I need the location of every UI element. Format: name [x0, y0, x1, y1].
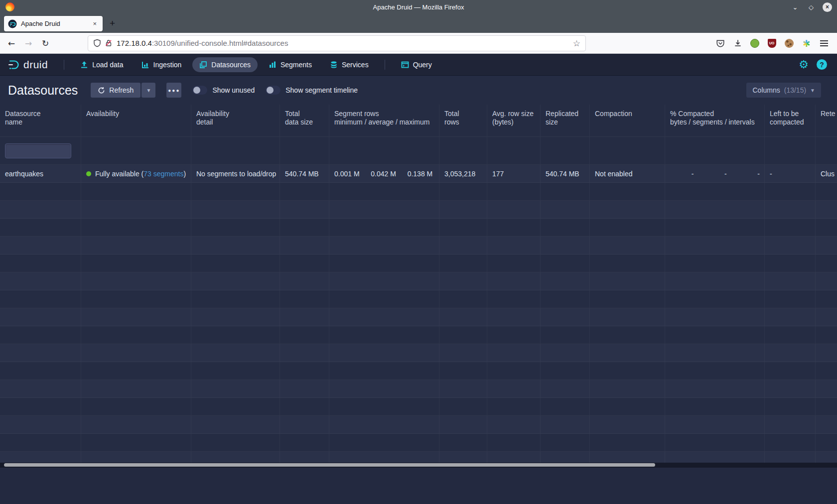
cookie-extension-icon[interactable]	[784, 38, 794, 48]
empty-cell	[765, 416, 816, 433]
back-icon[interactable]: ←	[4, 38, 19, 48]
druid-logo-icon	[7, 58, 20, 71]
url-bar[interactable]: 172.18.0.4:30109/unified-console.html#da…	[88, 35, 586, 51]
empty-cell	[816, 344, 837, 362]
empty-cell	[541, 308, 590, 326]
availability-detail-cell: No segments to load/drop	[191, 165, 280, 182]
pocket-icon[interactable]	[715, 38, 725, 48]
empty-cell	[816, 452, 837, 463]
column-header[interactable]: % Compactedbytes / segments / intervals	[665, 105, 765, 136]
empty-cell	[191, 434, 280, 451]
show-unused-toggle[interactable]	[192, 86, 207, 95]
nav-item-query[interactable]: Query	[394, 57, 439, 72]
datasource-name-cell: earthquakes	[0, 165, 81, 182]
nav-item-label: Ingestion	[153, 61, 182, 69]
druid-logo[interactable]: druid	[7, 58, 48, 71]
ublock-icon[interactable]: UO	[767, 38, 777, 48]
empty-cell	[0, 398, 81, 415]
table-row[interactable]: earthquakesFully available (73 segments)…	[0, 165, 837, 183]
refresh-button[interactable]: Refresh	[91, 83, 140, 98]
show-segment-timeline-toggle[interactable]	[266, 86, 280, 95]
nav-item-services[interactable]: Services	[323, 57, 376, 72]
columns-button[interactable]: Columns (13/15) ▼	[746, 83, 821, 98]
column-header-label: Avg. row size	[492, 110, 540, 118]
empty-cell	[329, 272, 439, 290]
nav-item-datasources[interactable]: Datasources	[192, 57, 258, 72]
url-text[interactable]: 172.18.0.4:30109/unified-console.html#da…	[117, 39, 573, 47]
refresh-dropdown-button[interactable]: ▼	[141, 83, 155, 98]
empty-cell	[280, 237, 329, 254]
empty-cell	[0, 452, 81, 463]
browser-toolbar: ← → ↻ 172.18.0.4:30109/unified-console.h…	[0, 33, 837, 54]
tracking-shield-icon[interactable]	[93, 39, 101, 47]
empty-cell	[487, 290, 541, 308]
empty-cell	[487, 362, 541, 379]
more-actions-button[interactable]: ●●●	[166, 83, 181, 98]
column-header[interactable]: Segment rowsminimum / average / maximum	[329, 105, 439, 136]
empty-cell	[590, 219, 665, 236]
downloads-icon[interactable]	[733, 38, 743, 48]
empty-cell	[816, 362, 837, 379]
empty-cell	[0, 344, 81, 362]
empty-cell	[816, 183, 837, 200]
tab-close-icon[interactable]: ×	[91, 20, 99, 27]
nav-item-load-data[interactable]: Load data	[73, 57, 130, 72]
segments-link[interactable]: 73 segments	[143, 170, 183, 178]
bookmark-star-icon[interactable]: ☆	[573, 38, 580, 48]
table-row-empty	[0, 308, 837, 326]
empty-cell	[816, 380, 837, 397]
privacy-badger-icon[interactable]	[750, 39, 759, 48]
segment-rows-value: 0.042 M	[366, 170, 402, 178]
total-rows-cell: 3,053,218	[439, 165, 487, 182]
browser-tab[interactable]: Apache Druid ×	[4, 16, 103, 31]
column-header-label: Availability	[86, 110, 191, 118]
replicated-size-cell: 540.74 MB	[541, 165, 590, 182]
nav-item-ingestion[interactable]: Ingestion	[135, 57, 189, 72]
empty-cell	[439, 290, 487, 308]
empty-cell	[541, 219, 590, 236]
empty-cell	[81, 201, 191, 218]
horizontal-scrollbar[interactable]	[0, 463, 837, 468]
window-title: Apache Druid — Mozilla Firefox	[0, 3, 837, 11]
empty-cell	[81, 254, 191, 272]
column-header[interactable]: Availabilitydetail	[191, 105, 280, 136]
empty-cell	[81, 237, 191, 254]
reload-icon[interactable]: ↻	[38, 38, 53, 48]
menu-hamburger-icon[interactable]	[819, 38, 829, 48]
column-header[interactable]: Totalrows	[439, 105, 487, 136]
column-header[interactable]: Availability	[81, 105, 191, 136]
filter-cell	[0, 137, 81, 164]
empty-cell	[439, 416, 487, 433]
window-maximize-icon[interactable]: ◇	[807, 2, 816, 11]
new-tab-button[interactable]: +	[110, 18, 115, 29]
column-header[interactable]: Totaldata size	[280, 105, 329, 136]
insecure-lock-icon[interactable]	[105, 39, 113, 47]
help-icon[interactable]: ?	[817, 59, 827, 70]
window-close-icon[interactable]: ×	[823, 2, 832, 12]
scrollbar-thumb[interactable]	[4, 463, 655, 467]
nav-item-segments[interactable]: Segments	[262, 57, 319, 72]
settings-gear-icon[interactable]: ⚙	[799, 59, 809, 70]
extension-asterisk-icon[interactable]: ✱	[802, 38, 812, 48]
empty-cell	[329, 290, 439, 308]
table-row-empty	[0, 416, 837, 434]
empty-cell	[487, 237, 541, 254]
window-minimize-icon[interactable]: ⌄	[791, 2, 800, 11]
forward-icon[interactable]: →	[21, 38, 36, 48]
empty-cell	[487, 344, 541, 362]
url-path: :30109/unified-console.html#datasources	[152, 39, 288, 47]
column-header[interactable]: Replicatedsize	[541, 105, 590, 136]
filter-cell	[191, 137, 280, 164]
empty-cell	[665, 326, 765, 344]
empty-cell	[191, 237, 280, 254]
column-header[interactable]: Datasourcename	[0, 105, 81, 136]
datasource-name-filter-input[interactable]	[5, 143, 71, 158]
column-header[interactable]: Avg. row size(bytes)	[487, 105, 541, 136]
empty-cell	[280, 344, 329, 362]
column-header-sublabel: bytes / segments / intervals	[670, 118, 764, 126]
column-header[interactable]: Compaction	[590, 105, 665, 136]
empty-cell	[81, 308, 191, 326]
empty-cell	[665, 380, 765, 397]
column-header[interactable]: Rete	[816, 105, 837, 136]
column-header[interactable]: Left to becompacted	[765, 105, 816, 136]
